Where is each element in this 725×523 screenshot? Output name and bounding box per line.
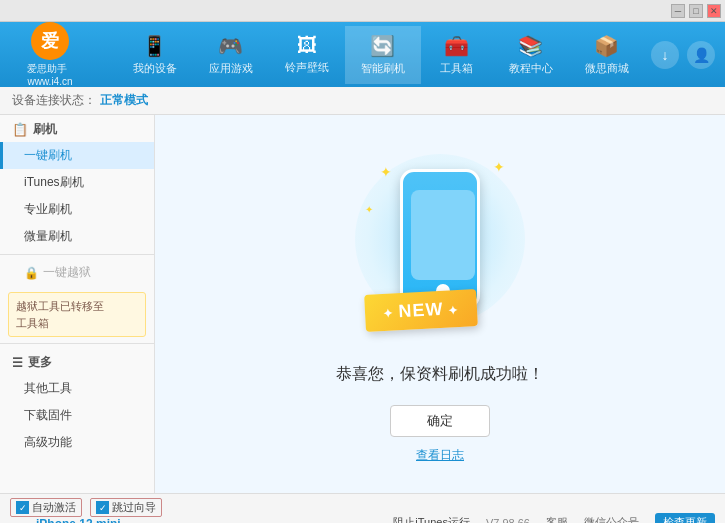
sidebar-item-micro-flash[interactable]: 微量刷机 [0,223,154,250]
nav-bar: 📱 我的设备 🎮 应用游戏 🖼 铃声壁纸 🔄 智能刷机 🧰 工具箱 📚 教程中心… [110,26,651,84]
sidebar-item-advanced[interactable]: 高级功能 [0,429,154,456]
footer-left: ✓ 自动激活 ✓ 跳过向导 📱 iPhone 12 mini 64GB Down… [10,498,162,523]
status-bar: 设备连接状态： 正常模式 [0,87,725,115]
status-value: 正常模式 [100,92,148,109]
new-badge: NEW [364,289,477,332]
stop-itunes-label: 阻止iTunes运行 [393,515,470,523]
jailbreak-notice: 越狱工具已转移至 工具箱 [8,292,146,337]
device-name: iPhone 12 mini [36,517,125,523]
content-area: ✦ ✦ ✦ NEW 恭喜您，保资料刷机成功啦！ 确定 查看日志 [155,115,725,493]
checkboxes-row: ✓ 自动激活 ✓ 跳过向导 [10,498,162,517]
toolbox-icon: 🧰 [444,34,469,58]
sidebar-item-one-click-flash[interactable]: 一键刷机 [0,142,154,169]
wechat-link[interactable]: 微信公众号 [584,515,639,523]
check-update-button[interactable]: 检查更新 [655,513,715,523]
title-bar: ─ □ ✕ [0,0,725,22]
status-label: 设备连接状态： [12,92,96,109]
flash-icon: 🔄 [370,34,395,58]
skip-wizard-checkbox[interactable]: ✓ 跳过向导 [90,498,162,517]
sparkle-icon-1: ✦ [380,164,392,180]
logo-text: 爱思助手 www.i4.cn [27,62,72,87]
weishi-icon: 📦 [594,34,619,58]
nav-wallpaper[interactable]: 🖼 铃声壁纸 [269,26,345,83]
footer-right: 阻止iTunes运行 V7.98.66 客服 微信公众号 检查更新 [393,498,715,523]
download-button[interactable]: ↓ [651,41,679,69]
nav-label: 铃声壁纸 [285,60,329,75]
sidebar-item-other-tools[interactable]: 其他工具 [0,375,154,402]
success-message: 恭喜您，保资料刷机成功啦！ [336,364,544,385]
phone-body [400,169,480,309]
nav-my-device[interactable]: 📱 我的设备 [117,26,193,84]
version-text: V7.98.66 [486,517,530,524]
sidebar-divider-2 [0,343,154,344]
sidebar-item-itunes-flash[interactable]: iTunes刷机 [0,169,154,196]
logo-area: 爱 爱思助手 www.i4.cn [10,22,90,87]
sidebar-section-more: ☰ 更多 [0,348,154,375]
checkbox-mark: ✓ [16,501,29,514]
sidebar-divider [0,254,154,255]
sidebar-item-pro-flash[interactable]: 专业刷机 [0,196,154,223]
nav-toolbox[interactable]: 🧰 工具箱 [421,26,493,84]
nav-apps-games[interactable]: 🎮 应用游戏 [193,26,269,84]
nav-smart-flash[interactable]: 🔄 智能刷机 [345,26,421,84]
nav-label: 应用游戏 [209,61,253,76]
nav-label: 我的设备 [133,61,177,76]
nav-weishi[interactable]: 📦 微思商城 [569,26,645,84]
confirm-button[interactable]: 确定 [390,405,490,437]
more-icon: ☰ [12,356,23,370]
lock-icon: 🔒 [24,266,39,280]
checkbox-mark: ✓ [96,501,109,514]
logo-icon: 爱 [31,22,69,60]
sidebar-item-download-firmware[interactable]: 下载固件 [0,402,154,429]
device-icon: 📱 [142,34,167,58]
sidebar-item-jailbreak: 🔒 一键越狱 [0,259,154,286]
apps-icon: 🎮 [218,34,243,58]
main-layout: 📋 刷机 一键刷机 iTunes刷机 专业刷机 微量刷机 🔒 一键越狱 越狱工具… [0,115,725,493]
nav-right-buttons: ↓ 👤 [651,41,715,69]
checkbox-label: 自动激活 [32,500,76,515]
bottom-bar: ✓ 自动激活 ✓ 跳过向导 📱 iPhone 12 mini 64GB Down… [0,493,725,523]
device-details: iPhone 12 mini 64GB Down-12mini-13,1 [36,517,125,523]
checkbox-label: 跳过向导 [112,500,156,515]
phone-screen [411,190,475,280]
sparkle-icon-3: ✦ [365,204,373,215]
phone-illustration: ✦ ✦ ✦ NEW [350,144,530,344]
nav-label: 工具箱 [440,61,473,76]
customer-service-link[interactable]: 客服 [546,515,568,523]
auto-activate-checkbox[interactable]: ✓ 自动激活 [10,498,82,517]
window-controls: ─ □ ✕ [671,4,721,18]
maximize-button[interactable]: □ [689,4,703,18]
header: 爱 爱思助手 www.i4.cn 📱 我的设备 🎮 应用游戏 🖼 铃声壁纸 🔄 … [0,22,725,87]
user-button[interactable]: 👤 [687,41,715,69]
tutorial-icon: 📚 [518,34,543,58]
nav-label: 智能刷机 [361,61,405,76]
sidebar: 📋 刷机 一键刷机 iTunes刷机 专业刷机 微量刷机 🔒 一键越狱 越狱工具… [0,115,155,493]
device-info-row: 📱 iPhone 12 mini 64GB Down-12mini-13,1 [10,517,162,523]
nav-tutorial[interactable]: 📚 教程中心 [493,26,569,84]
nav-label: 微思商城 [585,61,629,76]
sidebar-section-flash: 📋 刷机 [0,115,154,142]
minimize-button[interactable]: ─ [671,4,685,18]
sparkle-icon-2: ✦ [493,159,505,175]
flash-section-icon: 📋 [12,122,28,137]
nav-label: 教程中心 [509,61,553,76]
close-button[interactable]: ✕ [707,4,721,18]
view-log-link[interactable]: 查看日志 [416,447,464,464]
wallpaper-icon: 🖼 [297,34,317,57]
